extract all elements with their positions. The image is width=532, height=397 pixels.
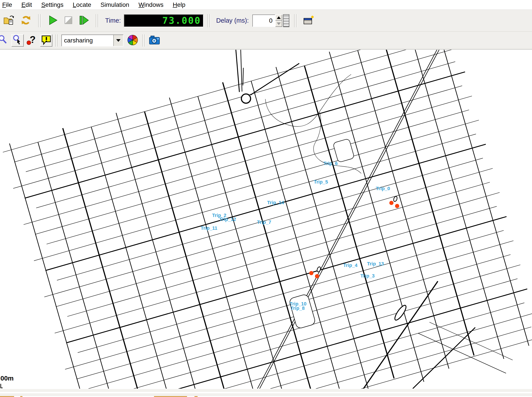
scheme-dropdown-value: carsharing [62, 37, 113, 44]
chevron-down-icon [116, 39, 121, 42]
zoom-button[interactable] [0, 34, 9, 47]
menu-settings[interactable]: Settings [41, 1, 63, 8]
open-folder-icon [3, 15, 14, 26]
color-wheel-icon [127, 34, 138, 47]
toolbar-separator [207, 14, 210, 27]
toolbar-separator [96, 14, 99, 27]
magnifier-icon [0, 35, 8, 46]
view-toolbar: ? carsharing [0, 32, 532, 50]
trip-label-trip_14: Trip_14 [267, 200, 284, 205]
toolbar-separator [142, 34, 145, 47]
up-arrow-icon [277, 16, 281, 19]
trip-label-trip_7: Trip_7 [257, 219, 271, 225]
toolbar-separator [38, 14, 41, 27]
new-view-button[interactable] [302, 14, 315, 27]
magnifier-cursor-icon [12, 35, 23, 46]
message-button[interactable] [40, 34, 52, 47]
status-strip [0, 389, 532, 397]
delay-spinner-down-button[interactable] [275, 21, 282, 27]
speech-bubble-icon [41, 35, 52, 46]
time-display: 73.000 [124, 14, 204, 27]
road-network-extras [236, 50, 513, 389]
down-arrow-icon [277, 22, 281, 25]
reload-icon [20, 15, 31, 27]
roundabout [241, 94, 251, 103]
stop-button[interactable] [62, 14, 74, 27]
svg-text:?: ? [30, 35, 36, 45]
delay-dial[interactable] [283, 14, 289, 27]
color-scheme-button[interactable] [126, 34, 139, 47]
menu-bar: FileEditSettingsLocateSimulationWindowsH… [0, 0, 532, 10]
question-mark-icon: ? [26, 35, 37, 46]
trip-label-trip_0: Trip_0 [376, 186, 390, 191]
trip-label-trip_4: Trip_4 [343, 262, 358, 268]
step-button[interactable] [78, 14, 90, 27]
play-icon [48, 15, 58, 26]
delay-spinner-up-button[interactable] [275, 14, 282, 21]
menu-edit[interactable]: Edit [21, 1, 32, 8]
reload-button[interactable] [20, 14, 32, 27]
scheme-dropdown[interactable]: carsharing [61, 35, 124, 46]
vehicle-marker[interactable] [309, 266, 321, 278]
stop-icon [63, 15, 74, 26]
menu-windows[interactable]: Windows [138, 1, 163, 8]
scale-tick [0, 384, 3, 388]
scale-label: 00m [0, 375, 14, 382]
step-icon [79, 15, 89, 26]
trip-label-trip_12: Trip_12 [219, 217, 236, 222]
dropdown-arrow-button[interactable] [113, 35, 123, 46]
trip-label-trip_8: Trip_8 [291, 305, 305, 311]
menu-file[interactable]: File [2, 1, 12, 8]
time-label: Time: [105, 17, 121, 24]
simulation-map[interactable]: Trip_6Trip_5Trip_0Trip_14Trip_2Trip_12Tr… [0, 50, 532, 389]
locate-help-button[interactable]: ? [25, 34, 38, 47]
trip-label-trip_13: Trip_13 [367, 261, 384, 267]
snapshot-button[interactable] [148, 34, 161, 47]
toolbar-separator [294, 14, 297, 27]
delay-input[interactable] [252, 14, 275, 27]
trip-label-trip_5: Trip_5 [314, 179, 328, 185]
simulation-toolbar: Time: 73.000 Delay (ms): [0, 10, 532, 32]
trip-label-trip_11: Trip_11 [201, 225, 217, 231]
trip-label-trip_3: Trip_3 [360, 273, 375, 279]
delay-spinner [275, 14, 282, 27]
zoom-select-button[interactable] [12, 34, 24, 47]
menu-locate[interactable]: Locate [73, 1, 91, 8]
trip-label-trip_6: Trip_6 [323, 161, 338, 166]
toolbar-separator [56, 34, 58, 47]
delay-label: Delay (ms): [216, 17, 249, 24]
camera-icon [149, 35, 160, 46]
menu-simulation[interactable]: Simulation [100, 1, 129, 8]
new-window-icon [303, 15, 314, 26]
play-button[interactable] [47, 14, 59, 27]
menu-help[interactable]: Help [173, 1, 186, 8]
road-grid [1, 50, 532, 389]
open-simulation-button[interactable] [3, 14, 15, 27]
